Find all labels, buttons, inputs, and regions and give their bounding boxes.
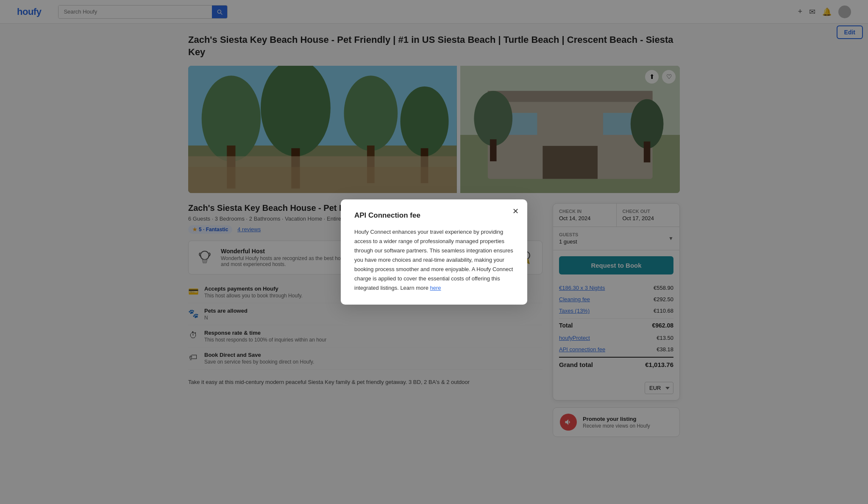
modal-learn-more-link[interactable]: here <box>430 285 441 291</box>
modal: API Connection fee ✕ Houfy Connect enhan… <box>341 199 527 305</box>
modal-body: Houfy Connect enhances your travel exper… <box>354 227 514 293</box>
modal-close-button[interactable]: ✕ <box>509 205 521 217</box>
modal-body-text: Houfy Connect enhances your travel exper… <box>354 229 513 291</box>
modal-title: API Connection fee <box>354 211 514 220</box>
modal-overlay[interactable]: API Connection fee ✕ Houfy Connect enhan… <box>0 0 868 447</box>
